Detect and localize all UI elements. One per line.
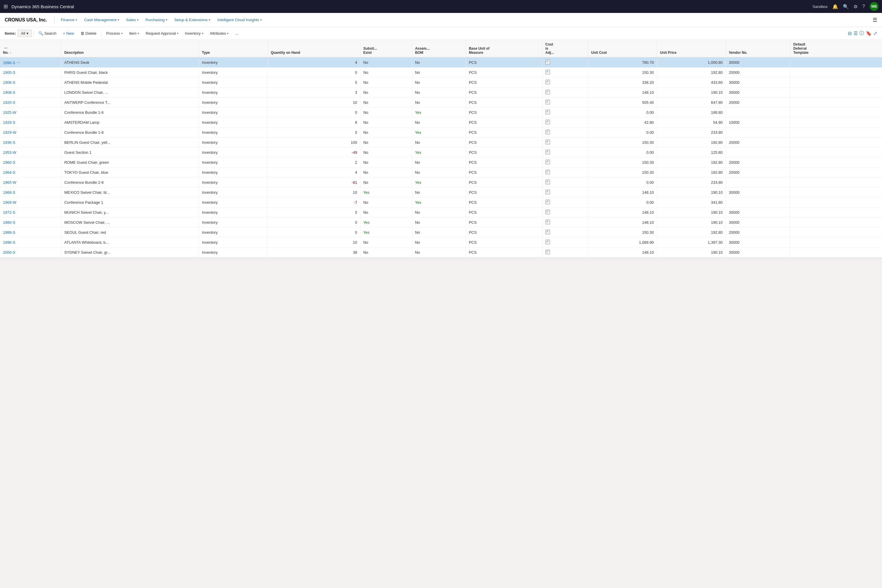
table-row[interactable]: 1960-S ROME Guest Chair, green Inventory… <box>0 158 882 168</box>
col-header-no[interactable]: ↔ No. ↑ <box>0 40 61 57</box>
row-base: PCS <box>466 88 542 98</box>
hamburger-menu[interactable]: ☰ <box>873 17 877 23</box>
col-header-deferral[interactable]: DefaultDeferralTemplate <box>790 40 882 57</box>
row-assem: Yes <box>412 128 466 138</box>
col-header-costadj[interactable]: CostisAdj... <box>542 40 588 57</box>
grid-icon[interactable]: ⊞ <box>3 3 8 10</box>
new-button[interactable]: + New <box>60 30 77 37</box>
row-deferral <box>790 178 882 188</box>
menu-item-finance[interactable]: Finance ▾ <box>58 16 80 24</box>
row-more-icon[interactable]: ⋯ <box>16 60 21 65</box>
process-button[interactable]: Process ▾ <box>103 30 126 37</box>
menu-item-cash[interactable]: Cash Management ▾ <box>81 16 122 24</box>
table-row[interactable]: 1920-S ANTWERP Conference T... Inventory… <box>0 98 882 108</box>
table-row[interactable]: 2000-S SYDNEY Swivel Chair, gr... Invent… <box>0 248 882 258</box>
row-deferral <box>790 138 882 148</box>
col-header-desc[interactable]: Description <box>61 40 199 57</box>
row-vendor: 20000 <box>726 158 790 168</box>
filter-dropdown[interactable]: All ▾ <box>18 30 32 37</box>
row-desc: Conference Bundle 2-8 <box>61 178 199 188</box>
row-type: Inventory <box>199 228 267 237</box>
row-no[interactable]: 1908-S <box>0 88 61 98</box>
search-button[interactable]: 🔍 Search <box>36 30 59 37</box>
gear-icon[interactable]: ⚙ <box>854 4 858 9</box>
table-row[interactable]: 1928-S AMSTERDAM Lamp Inventory 8 No No … <box>0 118 882 128</box>
bell-icon[interactable]: 🔔 <box>832 4 838 9</box>
col-header-assem[interactable]: Assem...BOM <box>412 40 466 57</box>
row-no[interactable]: 1925-W <box>0 108 61 118</box>
bookmark-icon[interactable]: 🔖 <box>866 31 872 36</box>
row-type: Inventory <box>199 128 267 138</box>
row-unitcost: 0.00 <box>588 178 657 188</box>
row-type: Inventory <box>199 208 267 218</box>
table-row[interactable]: 1969-W Conference Package 1 Inventory -7… <box>0 198 882 208</box>
row-desc: Conference Bundle 1-6 <box>61 108 199 118</box>
expand-icon[interactable]: ⤢ <box>873 31 877 36</box>
row-no[interactable]: 2000-S <box>0 248 61 258</box>
table-row[interactable]: 1965-W Conference Bundle 2-8 Inventory -… <box>0 178 882 188</box>
row-no[interactable]: 1972-S <box>0 208 61 218</box>
menu-item-setup[interactable]: Setup & Extensions ▾ <box>171 16 213 24</box>
row-no[interactable]: 1988-S <box>0 228 61 237</box>
inventory-button[interactable]: Inventory ▾ <box>182 30 206 37</box>
filter-icon[interactable]: ⊟ <box>848 31 852 36</box>
row-no[interactable]: 1996-S <box>0 237 61 248</box>
table-row[interactable]: 1936-S BERLIN Guest Chair, yell... Inven… <box>0 138 882 148</box>
col-header-subst[interactable]: Substi...Exist <box>360 40 412 57</box>
table-row[interactable]: 1908-S LONDON Swivel Chair, ... Inventor… <box>0 88 882 98</box>
col-header-unitcost[interactable]: Unit Cost <box>588 40 657 57</box>
row-no[interactable]: 1906-S <box>0 78 61 88</box>
table-row[interactable]: 1996-S ATLANTA Whiteboard, b... Inventor… <box>0 237 882 248</box>
table-row[interactable]: 1972-S MUNICH Swivel Chair, y... Invento… <box>0 208 882 218</box>
col-header-type[interactable]: Type <box>199 40 267 57</box>
table-row[interactable]: 1906-S ATHENS Mobile Pedestal Inventory … <box>0 78 882 88</box>
row-no[interactable]: 1968-S <box>0 188 61 198</box>
row-no[interactable]: 1980-S <box>0 218 61 228</box>
table-row[interactable]: 1925-W Conference Bundle 1-6 Inventory 0… <box>0 108 882 118</box>
more-button[interactable]: ... <box>232 30 241 37</box>
table-row[interactable]: 1988-S SEOUL Guest Chair, red Inventory … <box>0 228 882 237</box>
attributes-button[interactable]: Attributes ▾ <box>207 30 232 37</box>
search-icon[interactable]: 🔍 <box>843 4 849 9</box>
table-row[interactable]: 1964-S TOKYO Guest Chair, blue Inventory… <box>0 168 882 178</box>
attributes-arrow: ▾ <box>227 32 228 35</box>
row-assem: No <box>412 218 466 228</box>
item-button[interactable]: Item ▾ <box>126 30 142 37</box>
request-approval-button[interactable]: Request Approval ▾ <box>142 30 182 37</box>
table-row[interactable]: 1900-S PARIS Guest Chair, black Inventor… <box>0 68 882 78</box>
avatar[interactable]: MB <box>870 2 879 11</box>
row-subst: No <box>360 158 412 168</box>
list-icon[interactable]: ☰ <box>854 31 858 36</box>
row-no[interactable]: 1920-S <box>0 98 61 108</box>
delete-button[interactable]: 🗑 Delete <box>78 30 100 37</box>
col-header-vendor[interactable]: Vendor No. <box>726 40 790 57</box>
row-no[interactable]: 1964-S <box>0 168 61 178</box>
row-no[interactable]: 1965-W <box>0 178 61 188</box>
col-header-base[interactable]: Base Unit ofMeasure <box>466 40 542 57</box>
table-row[interactable]: 1953-W Guest Section 1 Inventory -49 No … <box>0 148 882 158</box>
row-no[interactable]: 1900-S <box>0 68 61 78</box>
row-no[interactable]: 1969-W <box>0 198 61 208</box>
row-no[interactable]: 1953-W <box>0 148 61 158</box>
table-row[interactable]: 1968-S MEXICO Swivel Chair, bl... Invent… <box>0 188 882 198</box>
menu-item-cloud[interactable]: Intelligent Cloud Insights ▾ <box>214 16 265 24</box>
row-no[interactable]: 1960-S <box>0 158 61 168</box>
row-base: PCS <box>466 208 542 218</box>
col-header-unitprice[interactable]: Unit Price <box>657 40 726 57</box>
menu-item-sales[interactable]: Sales ▾ <box>123 16 141 24</box>
table-row[interactable]: 1929-W Conference Bundle 1-8 Inventory 0… <box>0 128 882 138</box>
resize-handle[interactable]: ↔ <box>3 45 9 51</box>
row-no[interactable]: 1928-S <box>0 118 61 128</box>
col-header-qty[interactable]: Quantity on Hand <box>267 40 360 57</box>
row-no[interactable]: 1896-S ⋯ <box>0 57 61 68</box>
row-qty: 8 <box>267 118 360 128</box>
info-icon[interactable]: ⓘ <box>860 30 864 36</box>
menu-item-purchasing[interactable]: Purchasing ▾ <box>142 16 170 24</box>
row-base: PCS <box>466 158 542 168</box>
help-icon[interactable]: ? <box>862 4 865 9</box>
row-no[interactable]: 1929-W <box>0 128 61 138</box>
horizontal-scrollbar[interactable] <box>0 258 882 261</box>
row-no[interactable]: 1936-S <box>0 138 61 148</box>
table-row[interactable]: 1896-S ⋯ ATHENS Desk Inventory 4 No No P… <box>0 57 882 68</box>
table-row[interactable]: 1980-S MOSCOW Swivel Chair, ... Inventor… <box>0 218 882 228</box>
